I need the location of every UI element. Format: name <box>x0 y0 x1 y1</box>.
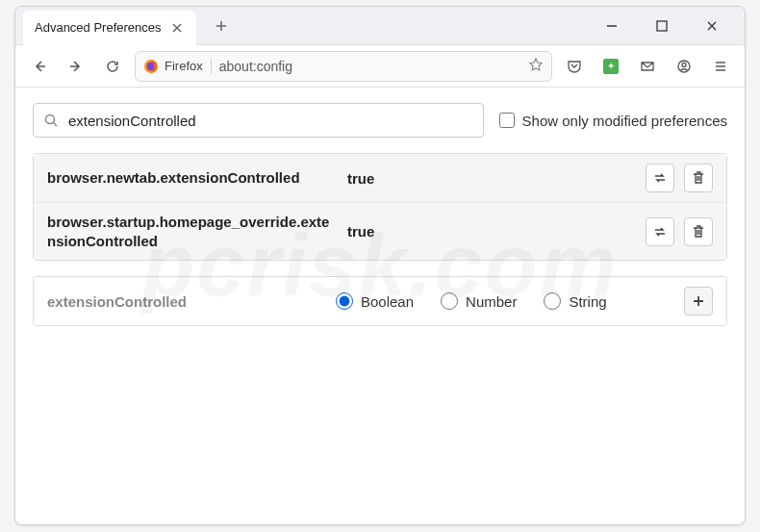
svg-point-4 <box>682 63 686 66</box>
titlebar: Advanced Preferences <box>15 7 745 45</box>
toggle-button[interactable] <box>646 217 674 246</box>
back-button[interactable] <box>25 52 54 81</box>
new-preference-row: extensionControlled Boolean Number Strin… <box>33 276 727 326</box>
browser-window: Advanced Preferences <box>14 6 746 525</box>
extension-button[interactable]: ✦ <box>596 52 625 81</box>
star-icon <box>528 57 544 72</box>
show-modified-checkbox[interactable] <box>499 113 515 128</box>
close-window-button[interactable] <box>691 11 733 41</box>
string-label: String <box>569 293 606 310</box>
delete-button[interactable] <box>684 164 713 192</box>
close-icon <box>169 20 185 36</box>
bookmark-button[interactable] <box>528 57 544 76</box>
tab-title: Advanced Preferences <box>35 20 162 35</box>
identity-label: Firefox <box>165 59 203 73</box>
boolean-radio[interactable] <box>336 292 353 310</box>
pref-value: true <box>347 223 634 240</box>
plus-icon <box>214 18 229 34</box>
browser-tab[interactable]: Advanced Preferences <box>23 11 196 45</box>
pref-value: true <box>347 170 634 187</box>
search-row: Show only modified preferences <box>33 103 727 138</box>
url-bar[interactable]: Firefox about:config <box>135 51 552 82</box>
type-number[interactable]: Number <box>441 292 517 310</box>
boolean-label: Boolean <box>361 293 414 310</box>
toggle-icon <box>652 170 668 186</box>
pocket-icon <box>567 59 582 74</box>
search-box[interactable] <box>33 103 484 138</box>
show-modified-toggle[interactable]: Show only modified preferences <box>499 113 727 129</box>
preference-row[interactable]: browser.startup.homepage_override.extens… <box>34 203 726 260</box>
close-tab-button[interactable] <box>169 20 185 36</box>
forward-button[interactable] <box>62 52 90 81</box>
window-controls <box>591 11 745 41</box>
arrow-left-icon <box>32 59 47 74</box>
new-pref-name: extensionControlled <box>47 293 317 310</box>
show-modified-label: Show only modified preferences <box>522 113 727 129</box>
delete-button[interactable] <box>684 217 713 246</box>
type-boolean[interactable]: Boolean <box>336 292 414 310</box>
svg-point-5 <box>46 115 55 124</box>
minimize-icon <box>604 18 620 34</box>
svg-rect-0 <box>657 21 667 31</box>
about-config-content: Show only modified preferences browser.n… <box>15 88 745 342</box>
search-icon <box>43 113 59 128</box>
inbox-button[interactable] <box>633 52 662 81</box>
reload-button[interactable] <box>98 52 127 81</box>
account-icon <box>676 59 692 74</box>
type-radio-group: Boolean Number String <box>336 292 665 310</box>
preference-row[interactable]: browser.newtab.extensionControlled true <box>34 154 726 203</box>
pref-name: browser.startup.homepage_override.extens… <box>47 213 336 250</box>
close-icon <box>704 18 720 34</box>
maximize-icon <box>654 18 670 34</box>
extension-icon: ✦ <box>603 59 619 74</box>
trash-icon <box>691 170 706 186</box>
number-label: Number <box>466 293 517 310</box>
arrow-right-icon <box>68 59 84 74</box>
type-string[interactable]: String <box>544 292 606 310</box>
plus-icon <box>691 293 706 309</box>
pocket-button[interactable] <box>560 52 589 81</box>
preference-list: browser.newtab.extensionControlled true … <box>33 153 727 261</box>
menu-button[interactable] <box>706 52 735 81</box>
firefox-icon <box>143 59 159 74</box>
pref-actions <box>646 217 713 246</box>
navigation-toolbar: Firefox about:config ✦ <box>15 45 745 88</box>
url-text: about:config <box>219 59 520 74</box>
number-radio[interactable] <box>441 292 458 310</box>
trash-icon <box>691 224 706 240</box>
hamburger-icon <box>713 59 728 74</box>
toggle-icon <box>652 224 668 240</box>
maximize-button[interactable] <box>641 11 683 41</box>
string-radio[interactable] <box>544 292 561 310</box>
reload-icon <box>105 59 120 74</box>
minimize-button[interactable] <box>591 11 633 41</box>
account-button[interactable] <box>670 52 698 81</box>
search-input[interactable] <box>68 113 473 129</box>
new-tab-button[interactable] <box>208 13 235 39</box>
inbox-icon <box>640 59 655 74</box>
pref-actions <box>646 164 713 192</box>
toggle-button[interactable] <box>646 164 674 192</box>
add-preference-button[interactable] <box>684 287 713 316</box>
identity-box[interactable]: Firefox <box>143 59 212 74</box>
pref-name: browser.newtab.extensionControlled <box>47 168 336 188</box>
